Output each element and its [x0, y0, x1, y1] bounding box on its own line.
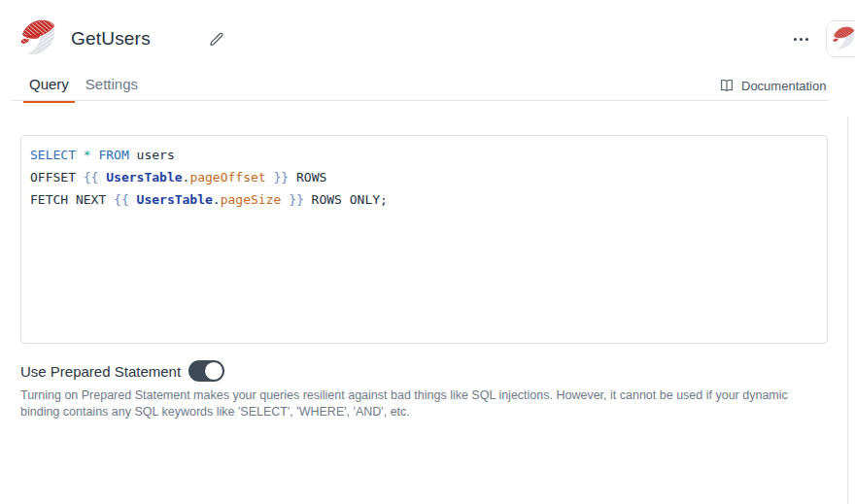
- prepared-statement-label: Use Prepared Statement: [20, 363, 181, 380]
- header: GetUsers: [0, 0, 855, 68]
- datasource-button[interactable]: [826, 20, 855, 57]
- more-dots-icon: [800, 38, 803, 41]
- query-editor-page: GetUsers Query Settings Docum: [0, 0, 855, 504]
- more-dots-icon: [794, 38, 797, 41]
- query-name[interactable]: GetUsers: [71, 28, 151, 50]
- book-icon: [719, 78, 735, 93]
- edit-name-pencil-icon[interactable]: [208, 30, 225, 48]
- code-lines: SELECT * FROM usersOFFSET {{ UsersTable.…: [30, 144, 818, 211]
- prepared-statement-row: Use Prepared Statement: [20, 360, 224, 382]
- code-editor[interactable]: SELECT * FROM usersOFFSET {{ UsersTable.…: [20, 135, 828, 344]
- right-pane-divider[interactable]: [847, 117, 848, 504]
- sqlserver-logo-small-icon: [833, 25, 855, 52]
- editor-tabs: Query Settings: [23, 73, 144, 103]
- tab-query[interactable]: Query: [23, 73, 75, 103]
- documentation-label: Documentation: [741, 79, 826, 93]
- tabs-divider: [12, 100, 829, 101]
- sqlserver-logo-icon: [20, 17, 57, 62]
- more-dots-icon: [805, 38, 808, 41]
- prepared-statement-toggle[interactable]: [188, 360, 224, 382]
- tab-settings[interactable]: Settings: [80, 73, 144, 103]
- toggle-knob: [204, 361, 223, 381]
- more-actions-menu[interactable]: [788, 29, 813, 49]
- prepared-statement-description: Turning on Prepared Statement makes your…: [20, 387, 804, 420]
- documentation-link[interactable]: Documentation: [719, 78, 826, 93]
